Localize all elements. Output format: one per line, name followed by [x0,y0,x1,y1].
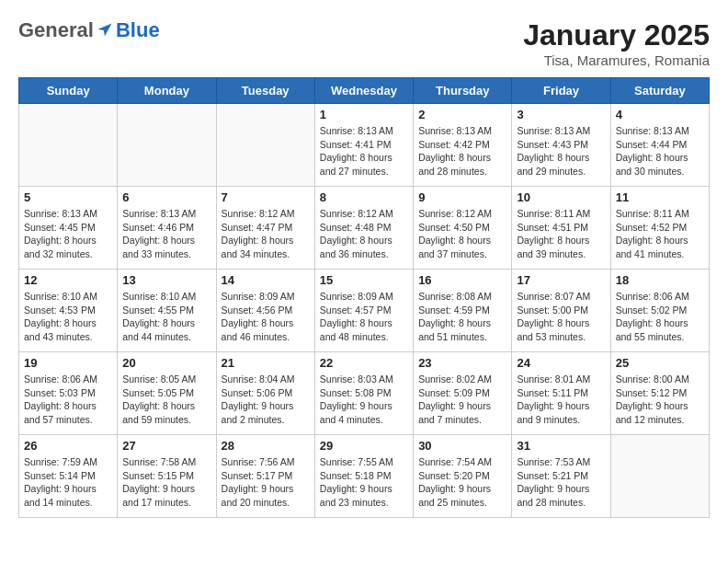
calendar-cell: 17Sunrise: 8:07 AM Sunset: 5:00 PM Dayli… [512,270,610,352]
calendar-cell: 16Sunrise: 8:08 AM Sunset: 4:59 PM Dayli… [414,270,512,352]
day-info: Sunrise: 8:01 AM Sunset: 5:11 PM Dayligh… [517,373,605,427]
day-info: Sunrise: 8:00 AM Sunset: 5:12 PM Dayligh… [616,373,704,427]
day-number: 16 [418,273,506,287]
day-number: 21 [222,356,310,370]
calendar-cell: 2Sunrise: 8:13 AM Sunset: 4:42 PM Daylig… [414,104,512,187]
day-number: 23 [418,356,506,370]
calendar-cell: 5Sunrise: 8:13 AM Sunset: 4:45 PM Daylig… [19,187,118,270]
day-info: Sunrise: 8:10 AM Sunset: 4:55 PM Dayligh… [122,290,210,344]
logo-blue: Blue [116,18,160,42]
day-info: Sunrise: 8:13 AM Sunset: 4:42 PM Dayligh… [418,124,506,178]
day-info: Sunrise: 8:05 AM Sunset: 5:05 PM Dayligh… [122,373,210,427]
calendar-cell: 14Sunrise: 8:09 AM Sunset: 4:56 PM Dayli… [216,270,314,352]
day-number: 3 [517,108,605,121]
day-number: 4 [616,108,704,121]
calendar-cell: 31Sunrise: 7:53 AM Sunset: 5:21 PM Dayli… [512,435,610,518]
day-info: Sunrise: 8:09 AM Sunset: 4:56 PM Dayligh… [222,290,310,344]
calendar-cell [118,104,216,187]
month-year-title: January 2025 [523,18,710,52]
calendar-cell: 15Sunrise: 8:09 AM Sunset: 4:57 PM Dayli… [314,270,413,352]
day-info: Sunrise: 8:11 AM Sunset: 4:51 PM Dayligh… [517,207,605,261]
calendar-cell: 12Sunrise: 8:10 AM Sunset: 4:53 PM Dayli… [19,270,118,352]
calendar-week-row-3: 12Sunrise: 8:10 AM Sunset: 4:53 PM Dayli… [19,270,710,352]
calendar-cell: 22Sunrise: 8:03 AM Sunset: 5:08 PM Dayli… [314,352,413,435]
calendar-table: SundayMondayTuesdayWednesdayThursdayFrid… [18,77,710,518]
calendar-header-row: SundayMondayTuesdayWednesdayThursdayFrid… [19,78,710,104]
day-number: 13 [122,273,210,287]
calendar-cell: 1Sunrise: 8:13 AM Sunset: 4:41 PM Daylig… [314,104,413,187]
calendar-week-row-2: 5Sunrise: 8:13 AM Sunset: 4:45 PM Daylig… [19,187,710,270]
day-number: 14 [222,273,310,287]
day-number: 8 [320,190,408,204]
day-number: 19 [24,356,112,370]
calendar-week-row-1: 1Sunrise: 8:13 AM Sunset: 4:41 PM Daylig… [19,104,710,187]
day-info: Sunrise: 8:13 AM Sunset: 4:46 PM Dayligh… [122,207,210,261]
day-number: 5 [24,190,112,204]
day-number: 15 [320,273,408,287]
calendar-cell: 26Sunrise: 7:59 AM Sunset: 5:14 PM Dayli… [19,435,118,518]
day-number: 25 [616,356,704,370]
calendar-cell: 8Sunrise: 8:12 AM Sunset: 4:48 PM Daylig… [314,187,413,270]
calendar-cell: 13Sunrise: 8:10 AM Sunset: 4:55 PM Dayli… [118,270,216,352]
day-number: 22 [320,356,408,370]
day-info: Sunrise: 8:13 AM Sunset: 4:44 PM Dayligh… [616,124,704,178]
calendar-cell: 4Sunrise: 8:13 AM Sunset: 4:44 PM Daylig… [610,104,709,187]
weekday-header-tuesday: Tuesday [216,78,314,104]
day-number: 28 [222,439,310,453]
calendar-cell: 28Sunrise: 7:56 AM Sunset: 5:17 PM Dayli… [216,435,314,518]
day-info: Sunrise: 7:54 AM Sunset: 5:20 PM Dayligh… [418,455,506,510]
day-number: 31 [517,439,605,453]
day-number: 29 [320,439,408,453]
calendar-cell: 20Sunrise: 8:05 AM Sunset: 5:05 PM Dayli… [118,352,216,435]
day-info: Sunrise: 8:12 AM Sunset: 4:47 PM Dayligh… [222,207,310,261]
day-number: 30 [418,439,506,453]
day-number: 17 [517,273,605,287]
day-info: Sunrise: 8:09 AM Sunset: 4:57 PM Dayligh… [320,290,408,344]
day-number: 27 [122,439,210,453]
calendar-week-row-4: 19Sunrise: 8:06 AM Sunset: 5:03 PM Dayli… [19,352,710,435]
day-info: Sunrise: 8:02 AM Sunset: 5:09 PM Dayligh… [418,373,506,427]
day-info: Sunrise: 8:13 AM Sunset: 4:45 PM Dayligh… [24,207,112,261]
calendar-cell: 24Sunrise: 8:01 AM Sunset: 5:11 PM Dayli… [512,352,610,435]
day-info: Sunrise: 8:08 AM Sunset: 4:59 PM Dayligh… [418,290,506,344]
page-header: General Blue January 2025 Tisa, Maramure… [18,18,710,68]
weekday-header-monday: Monday [118,78,216,104]
day-info: Sunrise: 8:06 AM Sunset: 5:03 PM Dayligh… [24,373,112,427]
day-info: Sunrise: 8:10 AM Sunset: 4:53 PM Dayligh… [24,290,112,344]
day-number: 11 [616,190,704,204]
day-info: Sunrise: 7:55 AM Sunset: 5:18 PM Dayligh… [320,455,408,510]
day-number: 1 [320,108,408,121]
weekday-header-friday: Friday [512,78,610,104]
calendar-cell: 27Sunrise: 7:58 AM Sunset: 5:15 PM Dayli… [118,435,216,518]
calendar-cell: 3Sunrise: 8:13 AM Sunset: 4:43 PM Daylig… [512,104,610,187]
calendar-cell [610,435,709,518]
calendar-cell [216,104,314,187]
calendar-cell: 6Sunrise: 8:13 AM Sunset: 4:46 PM Daylig… [118,187,216,270]
day-info: Sunrise: 8:06 AM Sunset: 5:02 PM Dayligh… [616,290,704,344]
day-number: 10 [517,190,605,204]
weekday-header-wednesday: Wednesday [314,78,413,104]
day-number: 7 [222,190,310,204]
day-info: Sunrise: 8:13 AM Sunset: 4:41 PM Dayligh… [320,124,408,178]
weekday-header-saturday: Saturday [610,78,709,104]
day-info: Sunrise: 8:07 AM Sunset: 5:00 PM Dayligh… [517,290,605,344]
day-info: Sunrise: 7:53 AM Sunset: 5:21 PM Dayligh… [517,455,605,510]
logo: General Blue [18,18,160,42]
calendar-cell: 7Sunrise: 8:12 AM Sunset: 4:47 PM Daylig… [216,187,314,270]
calendar-cell: 30Sunrise: 7:54 AM Sunset: 5:20 PM Dayli… [414,435,512,518]
day-number: 6 [122,190,210,204]
day-number: 24 [517,356,605,370]
calendar-cell: 10Sunrise: 8:11 AM Sunset: 4:51 PM Dayli… [512,187,610,270]
day-info: Sunrise: 8:13 AM Sunset: 4:43 PM Dayligh… [517,124,605,178]
day-info: Sunrise: 8:12 AM Sunset: 4:48 PM Dayligh… [320,207,408,261]
day-info: Sunrise: 8:11 AM Sunset: 4:52 PM Dayligh… [616,207,704,261]
day-number: 9 [418,190,506,204]
calendar-cell: 23Sunrise: 8:02 AM Sunset: 5:09 PM Dayli… [414,352,512,435]
calendar-cell [19,104,118,187]
calendar-cell: 19Sunrise: 8:06 AM Sunset: 5:03 PM Dayli… [19,352,118,435]
weekday-header-sunday: Sunday [19,78,118,104]
day-info: Sunrise: 8:12 AM Sunset: 4:50 PM Dayligh… [418,207,506,261]
calendar-cell: 21Sunrise: 8:04 AM Sunset: 5:06 PM Dayli… [216,352,314,435]
day-number: 18 [616,273,704,287]
calendar-cell: 25Sunrise: 8:00 AM Sunset: 5:12 PM Dayli… [610,352,709,435]
